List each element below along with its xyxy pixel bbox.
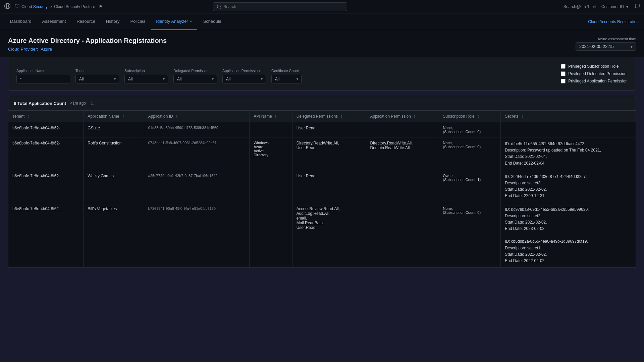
- customer-id-label: Customer ID: [601, 4, 624, 9]
- cell-delegated-perms: User.Read: [292, 122, 366, 137]
- nav-resource[interactable]: Resource: [72, 13, 100, 30]
- breadcrumb-parent[interactable]: Cloud Security: [21, 4, 48, 9]
- sort-icon-app-perm: ⇕: [413, 115, 416, 118]
- cell-app-perm: [366, 170, 439, 203]
- search-bar[interactable]: [213, 2, 347, 11]
- bookmark-icon[interactable]: ⚑: [99, 4, 103, 9]
- cell-app-perm: [366, 203, 439, 268]
- filter-delegated-perm-wrapper[interactable]: All: [173, 75, 217, 83]
- cell-tenant: b6e8bbfc-7e8e-4b04-8f62-: [8, 122, 84, 137]
- checkbox-privileged-app-perm-label: Privileged Application Permission: [568, 79, 628, 83]
- filter-cert-count-wrapper[interactable]: All: [271, 75, 302, 83]
- nav-identity-analyzer[interactable]: Identity Analyzer ▼: [151, 13, 197, 30]
- checkbox-privileged-delegated-input[interactable]: [561, 71, 566, 76]
- chevron-down-icon: ▼: [625, 4, 629, 9]
- top-bar-icons: [635, 3, 640, 10]
- sort-icon-api-name: ⇕: [274, 115, 277, 118]
- logo-icon: [4, 3, 11, 10]
- nav-assessment[interactable]: Assessment: [38, 13, 71, 30]
- table-header-row: Tenant ⇕ Application Name ⇕ Application …: [8, 111, 636, 122]
- download-icon[interactable]: ⇓: [90, 100, 95, 107]
- azure-time-box: Azure assessment time 2021-02-05 22:15: [576, 37, 636, 51]
- filter-cert-count-select[interactable]: All: [271, 75, 302, 83]
- cell-tenant: b6e8bbfc-7e8e-4b04-8f62-: [8, 170, 84, 203]
- filter-tenant-select[interactable]: All: [75, 75, 119, 83]
- cell-app-name: Rob's Construction: [84, 137, 144, 170]
- checkbox-group: Privileged Subscription Role Privileged …: [561, 64, 628, 83]
- azure-time-wrapper[interactable]: 2021-02-05 22:15: [576, 42, 636, 51]
- page-header: Azure Active Directory - Application Reg…: [0, 30, 644, 57]
- filter-app-perm: Application Permission All: [222, 69, 266, 83]
- filter-subscription-wrapper[interactable]: All: [124, 75, 168, 83]
- table-section: 6 Total Application Count <1m ago ⇓ Tena…: [0, 96, 644, 276]
- filter-tenant: Tenant All: [75, 69, 119, 83]
- col-sub-role[interactable]: Subscription Role ⇕: [439, 111, 501, 122]
- azure-time-select[interactable]: 2021-02-05 22:15: [576, 42, 636, 51]
- nav-schedule[interactable]: Schedule: [199, 13, 226, 30]
- sort-icon-tenant: ⇕: [27, 115, 30, 118]
- cell-delegated-perms: User.Read: [292, 170, 366, 203]
- filter-app-perm-wrapper[interactable]: All: [222, 75, 266, 83]
- nav-history[interactable]: History: [101, 13, 124, 30]
- filter-tenant-label: Tenant: [75, 69, 119, 73]
- checkbox-privileged-app-perm-input[interactable]: [561, 79, 566, 83]
- page-title: Azure Active Directory - Application Reg…: [8, 37, 167, 45]
- cloud-accounts-registration[interactable]: Cloud Accounts Registration: [588, 19, 639, 24]
- checkbox-privileged-sub-role-input[interactable]: [561, 64, 566, 69]
- checkbox-privileged-sub-role-label: Privileged Subscription Role: [568, 64, 619, 69]
- sort-icon-secrets: ⇕: [521, 115, 524, 118]
- filter-app-perm-select[interactable]: All: [222, 75, 266, 83]
- col-tenant[interactable]: Tenant ⇕: [8, 111, 84, 122]
- col-secrets[interactable]: Secrets ⇕: [501, 111, 636, 122]
- table-row: b6e8bbfc-7e8e-4b04-8f62-Bill's Vegetable…: [8, 203, 636, 268]
- filter-subscription: Subscription All: [124, 69, 168, 83]
- filter-subscription-select[interactable]: All: [124, 75, 168, 83]
- cell-tenant: b6e8bbfc-7e8e-4b04-8f62-: [8, 137, 84, 170]
- cell-app-name: Wacky Games: [84, 170, 144, 203]
- sort-icon-sub-role: ⇕: [477, 115, 480, 118]
- customer-id[interactable]: Customer ID ▼: [601, 4, 629, 9]
- filter-tenant-wrapper[interactable]: All: [75, 75, 119, 83]
- checkbox-privileged-delegated[interactable]: Privileged Delegated Permission: [561, 71, 628, 76]
- cell-secrets: [501, 122, 636, 137]
- filter-delegated-perm-label: Delegated Permission: [173, 69, 217, 73]
- sort-icon-app-id: ⇕: [175, 115, 178, 118]
- user-email: Search@6f57bfb4: [564, 4, 596, 9]
- cell-secrets: ID: dfbe5e1f-d655-4f81-864e-92ddbacc4472…: [501, 137, 636, 170]
- nav-dashboard[interactable]: Dashboard: [5, 13, 36, 30]
- cell-app-perm: [366, 122, 439, 137]
- filter-cert-count-label: Certificate Count: [271, 69, 302, 73]
- filter-delegated-perm: Delegated Permission All: [173, 69, 217, 83]
- chat-icon[interactable]: [635, 3, 640, 10]
- svg-rect-1: [15, 4, 19, 7]
- cell-sub-role: None, (Subscription Count: 0): [439, 137, 501, 170]
- filter-delegated-perm-select[interactable]: All: [173, 75, 217, 83]
- col-api-name[interactable]: API Name ⇕: [250, 111, 292, 122]
- checkbox-privileged-app-perm[interactable]: Privileged Application Permission: [561, 79, 628, 83]
- cell-app-name: GSuite: [84, 122, 144, 137]
- col-app-perm[interactable]: Application Permission ⇕: [366, 111, 439, 122]
- col-delegated-perms[interactable]: Delegated Permissions ⇕: [292, 111, 366, 122]
- cell-tenant: b6e8bbfc-7e8e-4b04-8f62-: [8, 203, 84, 268]
- total-count: 6 Total Application Count: [14, 101, 66, 106]
- filter-app-name: Application Name: [16, 69, 70, 83]
- data-table: Tenant ⇕ Application Name ⇕ Application …: [8, 111, 636, 268]
- filter-subscription-label: Subscription: [124, 69, 168, 73]
- cell-app-id: 0743eea1-ffa8-4607-9931-2d5284d90b61: [144, 137, 249, 170]
- cell-secrets: ID: 2f294eda-7406-433e-8771-4244f4dd32c7…: [501, 170, 636, 203]
- nav-policies[interactable]: Policies: [126, 13, 150, 30]
- filter-app-name-input[interactable]: [16, 75, 70, 83]
- cell-app-id: a25c7729-e0b1-42b7-9a87-7baf106d1592: [144, 170, 249, 203]
- breadcrumb-child: Cloud Security Posture: [54, 4, 95, 9]
- search-icon: [217, 4, 221, 9]
- table-row: b6e8bbfc-7e8e-4b04-8f62-Rob's Constructi…: [8, 137, 636, 170]
- search-input[interactable]: [223, 4, 343, 9]
- filter-row: Application Name Tenant All Subscription…: [16, 64, 628, 83]
- col-app-id[interactable]: Application ID ⇕: [144, 111, 249, 122]
- checkbox-privileged-sub-role[interactable]: Privileged Subscription Role: [561, 64, 628, 69]
- cell-api-name: Windows Azure Active Directory: [250, 137, 292, 170]
- cell-delegated-perms: Directory.ReadWrite.All, User.Read: [292, 137, 366, 170]
- col-app-name[interactable]: Application Name ⇕: [84, 111, 144, 122]
- cell-app-perm: Directory.ReadWrite.All, Domain.ReadWrit…: [366, 137, 439, 170]
- cell-api-name: [250, 170, 292, 203]
